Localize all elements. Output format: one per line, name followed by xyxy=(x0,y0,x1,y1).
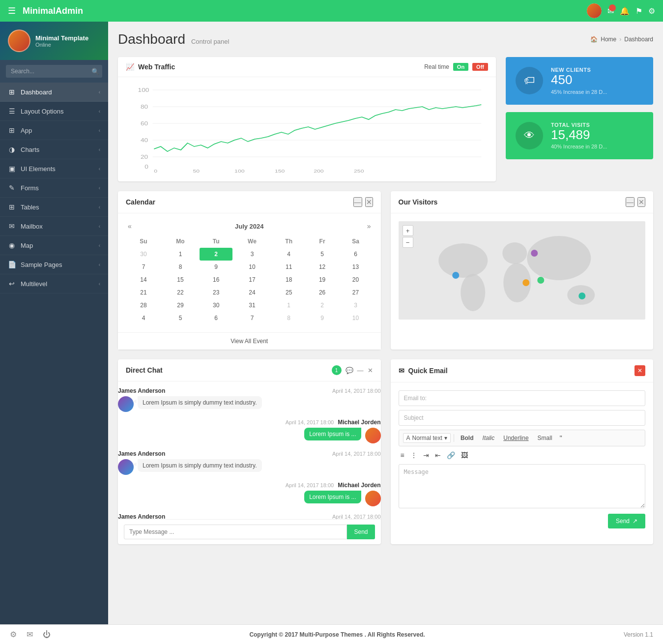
sidebar-item-mailbox[interactable]: ✉ Mailbox ‹ xyxy=(0,217,108,236)
chat-close-button[interactable]: ✕ xyxy=(368,367,373,374)
underline-button[interactable]: Underline xyxy=(500,433,532,443)
calendar-day[interactable]: 25 xyxy=(272,286,306,299)
calendar-day[interactable]: 22 xyxy=(161,286,200,299)
calendar-day[interactable]: 31 xyxy=(232,299,272,312)
calendar-day[interactable]: 24 xyxy=(232,286,272,299)
web-traffic-card: 📈 Web Traffic Real time On Off 100 xyxy=(118,57,496,181)
cal-header-we: We xyxy=(232,235,272,248)
calendar-day[interactable]: 2 xyxy=(200,248,232,261)
notification-icon[interactable]: 🔔 xyxy=(620,6,630,16)
calendar-day[interactable]: 17 xyxy=(232,273,272,286)
bold-button[interactable]: Bold xyxy=(457,433,477,443)
sidebar-item-app[interactable]: ⊞ App ‹ xyxy=(0,121,108,140)
calendar-day[interactable]: 14 xyxy=(126,273,161,286)
calendar-day[interactable]: 26 xyxy=(306,286,339,299)
breadcrumb-home[interactable]: Home xyxy=(601,36,616,43)
calendar-day[interactable]: 6 xyxy=(339,248,373,261)
calendar-day[interactable]: 13 xyxy=(339,261,373,273)
link-icon[interactable]: 🔗 xyxy=(445,450,457,460)
calendar-day[interactable]: 19 xyxy=(306,273,339,286)
calendar-close-button[interactable]: ✕ xyxy=(365,197,373,207)
sidebar-item-forms[interactable]: ✎ Forms ‹ xyxy=(0,178,108,198)
calendar-day[interactable]: 4 xyxy=(272,248,306,261)
calendar-day[interactable]: 2 xyxy=(306,299,339,312)
calendar-prev-button[interactable]: « xyxy=(126,221,134,231)
visitors-close-button[interactable]: ✕ xyxy=(637,197,645,207)
calendar-day[interactable]: 8 xyxy=(272,312,306,324)
calendar-day[interactable]: 28 xyxy=(126,299,161,312)
calendar-day[interactable]: 30 xyxy=(200,299,232,312)
footer-power-icon[interactable]: ⏻ xyxy=(43,630,51,639)
visitors-minimize-button[interactable]: — xyxy=(626,197,634,207)
calendar-minimize-button[interactable]: — xyxy=(353,197,362,207)
calendar-day[interactable]: 8 xyxy=(161,261,200,273)
calendar-day[interactable]: 21 xyxy=(126,286,161,299)
email-to-input[interactable] xyxy=(399,390,646,406)
email-subject-input[interactable] xyxy=(399,410,646,426)
calendar-day[interactable]: 11 xyxy=(272,261,306,273)
calendar-day[interactable]: 20 xyxy=(339,273,373,286)
user-avatar[interactable] xyxy=(587,3,602,18)
calendar-day[interactable]: 15 xyxy=(161,273,200,286)
chat-message-input[interactable] xyxy=(124,525,347,539)
calendar-day[interactable]: 6 xyxy=(200,312,232,324)
mail-icon[interactable]: ✉ xyxy=(607,6,614,16)
list-icon[interactable]: ≡ xyxy=(399,450,406,460)
email-message-textarea[interactable] xyxy=(399,464,646,508)
footer-mail-icon[interactable]: ✉ xyxy=(27,630,33,639)
toggle-on-button[interactable]: On xyxy=(453,63,468,71)
calendar-day[interactable]: 7 xyxy=(126,261,161,273)
sidebar-item-charts[interactable]: ◑ Charts ‹ xyxy=(0,140,108,159)
calendar-next-button[interactable]: » xyxy=(365,221,373,231)
email-send-button[interactable]: Send ↗ xyxy=(608,514,645,528)
image-icon[interactable]: 🖼 xyxy=(459,450,470,460)
calendar-day[interactable]: 10 xyxy=(232,261,272,273)
small-button[interactable]: Small xyxy=(534,433,556,443)
calendar-day[interactable]: 29 xyxy=(161,299,200,312)
chat-icon-button[interactable]: 💬 xyxy=(346,367,353,374)
toggle-off-button[interactable]: Off xyxy=(472,63,488,71)
sidebar-item-layout-options[interactable]: ☰ Layout Options ‹ xyxy=(0,102,108,121)
chat-minimize-button[interactable]: — xyxy=(357,367,364,374)
calendar-day[interactable]: 5 xyxy=(161,312,200,324)
hamburger-icon[interactable]: ☰ xyxy=(8,5,16,16)
sidebar-item-ui-elements[interactable]: ▣ UI Elements ‹ xyxy=(0,159,108,178)
calendar-day[interactable]: 4 xyxy=(126,312,161,324)
svg-point-19 xyxy=(502,242,527,264)
calendar-day[interactable]: 1 xyxy=(161,248,200,261)
sidebar-item-sample-pages[interactable]: 📄 Sample Pages ‹ xyxy=(0,255,108,274)
sidebar-item-tables[interactable]: ⊞ Tables ‹ xyxy=(0,198,108,217)
calendar-day[interactable]: 3 xyxy=(339,299,373,312)
sidebar-item-multilevel[interactable]: ↩ Multilevel ‹ xyxy=(0,274,108,293)
email-envelope-icon: ✉ xyxy=(399,367,404,375)
calendar-day[interactable]: 1 xyxy=(272,299,306,312)
indent-icon[interactable]: ⇥ xyxy=(421,450,431,460)
chat-send-button[interactable]: Send xyxy=(347,525,375,539)
ordered-list-icon[interactable]: ⋮ xyxy=(408,450,419,460)
calendar-day[interactable]: 30 xyxy=(126,248,161,261)
calendar-day[interactable]: 5 xyxy=(306,248,339,261)
calendar-day[interactable]: 18 xyxy=(272,273,306,286)
italic-button[interactable]: Italic xyxy=(479,433,498,443)
quote-icon[interactable]: " xyxy=(558,433,564,443)
sidebar-item-dashboard[interactable]: ⊞ Dashboard ‹ xyxy=(0,83,108,102)
search-input[interactable] xyxy=(6,65,102,78)
calendar-day[interactable]: 10 xyxy=(339,312,373,324)
settings-icon[interactable]: ⚙ xyxy=(648,6,655,16)
footer-settings-icon[interactable]: ⚙ xyxy=(10,630,17,639)
outdent-icon[interactable]: ⇤ xyxy=(433,450,443,460)
calendar-day[interactable]: 3 xyxy=(232,248,272,261)
email-close-button[interactable]: ✕ xyxy=(634,365,645,376)
calendar-day[interactable]: 12 xyxy=(306,261,339,273)
calendar-day[interactable]: 7 xyxy=(232,312,272,324)
calendar-day[interactable]: 9 xyxy=(306,312,339,324)
sidebar-item-map[interactable]: ◉ Map ‹ xyxy=(0,236,108,255)
search-button[interactable]: 🔍 xyxy=(91,68,99,75)
calendar-day[interactable]: 23 xyxy=(200,286,232,299)
view-all-events-button[interactable]: View All Event xyxy=(118,332,381,350)
calendar-day[interactable]: 27 xyxy=(339,286,373,299)
calendar-day[interactable]: 16 xyxy=(200,273,232,286)
font-style-dropdown[interactable]: A Normal text ▾ xyxy=(403,433,451,443)
calendar-day[interactable]: 9 xyxy=(200,261,232,273)
flag-icon[interactable]: ⚑ xyxy=(635,6,642,16)
